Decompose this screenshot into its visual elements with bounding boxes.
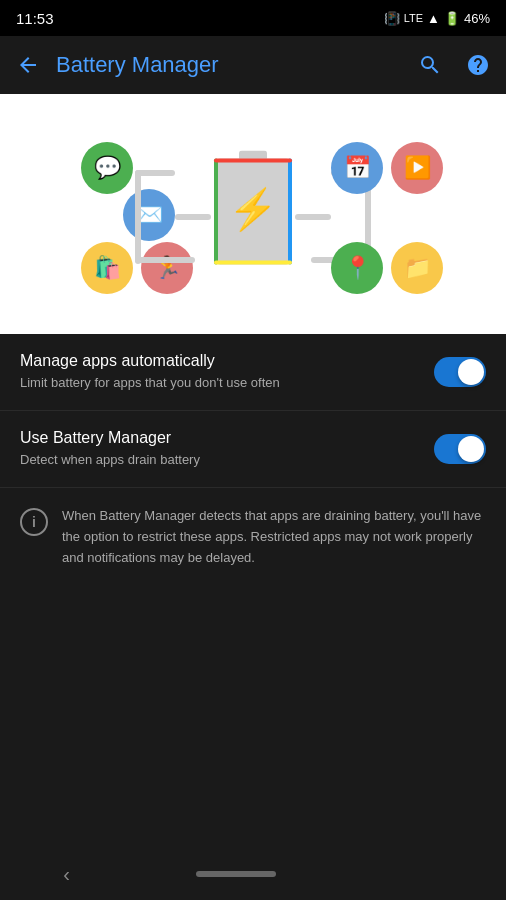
app-icon-calendar: 📅 bbox=[331, 142, 383, 194]
info-icon: i bbox=[20, 508, 48, 536]
nav-back-button[interactable]: ‹ bbox=[63, 863, 70, 886]
battery-icon-main: ⚡ bbox=[210, 151, 296, 269]
vibrate-icon: 📳 bbox=[384, 11, 400, 26]
info-section: i When Battery Manager detects that apps… bbox=[0, 488, 506, 586]
settings-section: Manage apps automatically Limit battery … bbox=[0, 334, 506, 587]
svg-rect-4 bbox=[214, 159, 292, 163]
svg-rect-3 bbox=[288, 159, 292, 265]
manage-apps-setting: Manage apps automatically Limit battery … bbox=[0, 334, 506, 411]
signal-bars: ▲ bbox=[427, 11, 440, 26]
hero-illustration: 💬 ✉️ 🛍️ 🏃 ⚡ bbox=[0, 94, 506, 334]
battery-icon: 🔋 bbox=[444, 11, 460, 26]
svg-rect-5 bbox=[214, 261, 292, 265]
navigation-bar: ‹ bbox=[0, 848, 506, 900]
manage-apps-text: Manage apps automatically Limit battery … bbox=[20, 352, 434, 392]
app-icon-files: 📁 bbox=[391, 242, 443, 294]
use-battery-toggle[interactable] bbox=[434, 434, 486, 464]
status-time: 11:53 bbox=[16, 10, 54, 27]
info-description: When Battery Manager detects that apps a… bbox=[62, 506, 486, 568]
svg-rect-2 bbox=[214, 159, 218, 265]
manage-apps-subtitle: Limit battery for apps that you don't us… bbox=[20, 374, 422, 392]
app-icon-location: 📍 bbox=[331, 242, 383, 294]
page-title: Battery Manager bbox=[56, 52, 402, 78]
use-battery-title: Use Battery Manager bbox=[20, 429, 422, 447]
home-indicator[interactable] bbox=[196, 871, 276, 877]
status-icons: 📳 LTE ▲ 🔋 46% bbox=[384, 11, 490, 26]
toolbar: Battery Manager bbox=[0, 36, 506, 94]
manage-apps-title: Manage apps automatically bbox=[20, 352, 422, 370]
app-icon-email: ✉️ bbox=[123, 189, 175, 241]
app-icon-shopping: 🛍️ bbox=[81, 242, 133, 294]
use-battery-manager-setting: Use Battery Manager Detect when apps dra… bbox=[0, 411, 506, 488]
manage-apps-toggle[interactable] bbox=[434, 357, 486, 387]
status-bar: 11:53 📳 LTE ▲ 🔋 46% bbox=[0, 0, 506, 36]
app-icon-fitness: 🏃 bbox=[141, 242, 193, 294]
back-button[interactable] bbox=[8, 45, 48, 85]
app-icon-video: ▶️ bbox=[391, 142, 443, 194]
use-battery-subtitle: Detect when apps drain battery bbox=[20, 451, 422, 469]
battery-diagram: 💬 ✉️ 🛍️ 🏃 ⚡ bbox=[43, 114, 463, 314]
help-button[interactable] bbox=[458, 45, 498, 85]
search-button[interactable] bbox=[410, 45, 450, 85]
battery-percent: 46% bbox=[464, 11, 490, 26]
use-battery-text: Use Battery Manager Detect when apps dra… bbox=[20, 429, 434, 469]
svg-text:⚡: ⚡ bbox=[228, 185, 278, 233]
signal-icon: LTE bbox=[404, 12, 423, 24]
app-icon-messages: 💬 bbox=[81, 142, 133, 194]
